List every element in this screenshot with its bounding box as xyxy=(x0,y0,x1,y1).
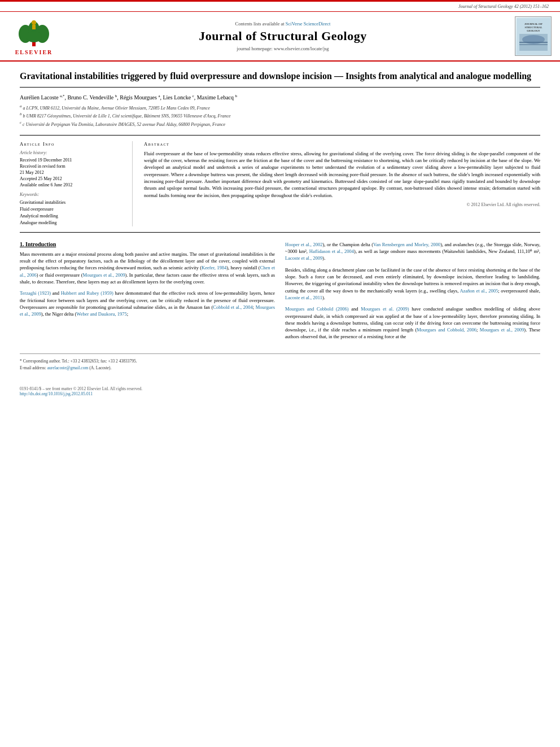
intro-para1: Mass movements are a major erosional pro… xyxy=(20,251,275,286)
article-title: Gravitational instabilities triggered by… xyxy=(20,70,540,88)
ref-hubbert[interactable]: Hubbert and Rubey (1959) xyxy=(61,290,113,296)
issn-line: 0191-8141/$ – see front matter © 2012 El… xyxy=(20,386,540,391)
revised-date: 21 May 2012 xyxy=(20,170,125,175)
ref-terzaghi[interactable]: Terzaghi (1923) xyxy=(20,290,51,296)
ref-m2009[interactable]: Mourgues et al., 2009 xyxy=(480,327,524,333)
svg-point-4 xyxy=(26,31,42,42)
svg-text:JOURNAL OF: JOURNAL OF xyxy=(524,23,542,25)
sciverse-link[interactable]: SciVerse ScienceDirect xyxy=(286,21,331,27)
body-content: 1. Introduction Mass movements are a maj… xyxy=(20,241,540,345)
received-date: Received 19 December 2011 xyxy=(20,158,125,163)
abstract-col: Abstract Fluid overpressure at the base … xyxy=(144,141,540,226)
elsevier-logo: ELSEVIER xyxy=(8,17,59,55)
revised-label: Received in revised form xyxy=(20,164,125,169)
ref-cobbold[interactable]: Cobbold et al., 2004 xyxy=(213,304,252,310)
elsevier-brand-label: ELSEVIER xyxy=(15,49,53,55)
doi-line: http://dx.doi.org/10.1016/j.jsg.2012.05.… xyxy=(20,391,540,396)
author-vendeville: Bruno C. Vendeville b, xyxy=(67,94,120,101)
bottom-strip: 0191-8141/$ – see front matter © 2012 El… xyxy=(0,386,560,396)
intro-para2: Terzaghi (1923) and Hubbert and Rubey (1… xyxy=(20,290,275,317)
copyright-line: © 2012 Elsevier Ltd. All rights reserved… xyxy=(144,202,540,207)
info-abstract-section: Article Info Article history: Received 1… xyxy=(20,135,540,233)
ref-lacoste2011[interactable]: Lacoste et al., 2011 xyxy=(285,295,322,300)
intro-section-title: 1. Introduction xyxy=(20,241,275,247)
ref-keefer[interactable]: Keefer, 1984 xyxy=(202,265,226,270)
footnote-area: * Corresponding author. Tel.: +33 2 4383… xyxy=(20,353,540,370)
keyword-3: Analytical modelling xyxy=(20,213,125,220)
ref-mourgues2009[interactable]: Mourgues et al., 2009 xyxy=(82,272,125,278)
author-mourgues: Régis Mourgues a, xyxy=(120,94,163,101)
doi-link[interactable]: http://dx.doi.org/10.1016/j.jsg.2012.05.… xyxy=(20,391,93,396)
footnote-email: E-mail address: aurelacoste@gmail.com (A… xyxy=(20,365,540,370)
author-lacoste: Aurélien Lacoste a,*, xyxy=(20,94,67,101)
body-right-col: Hooper et al., 2002), or the Champion de… xyxy=(285,241,540,345)
right-para3: Mourgues and Cobbold (2006) and Mourgues… xyxy=(285,305,540,340)
ref-lacoste2009[interactable]: Lacoste et al., 2009 xyxy=(285,255,322,261)
journal-logo-box: JOURNAL OF STRUCTURAL GEOLOGY xyxy=(515,16,552,56)
keywords-label: Keywords: xyxy=(20,192,125,197)
sciverse-line: Contents lists available at SciVerse Sci… xyxy=(59,21,506,27)
journal-reference-strip: Journal of Structural Geology 42 (2012) … xyxy=(0,0,560,11)
abstract-heading: Abstract xyxy=(144,141,540,147)
affiliation-b: b b UMR 8217 Géosystèmes, Université de … xyxy=(20,111,540,120)
right-para1: Hooper et al., 2002), or the Champion de… xyxy=(285,241,540,262)
ref-mourgues-et-al[interactable]: Mourgues et al. (2009) xyxy=(361,306,409,312)
author-loncke: Lies Loncke c, xyxy=(163,94,196,101)
journal-cover-icon: JOURNAL OF STRUCTURAL GEOLOGY xyxy=(517,18,550,55)
ref-vanrensbergen[interactable]: Van Rensbergen and Morley, 2000 xyxy=(373,242,440,247)
keyword-4: Analogue modelling xyxy=(20,220,125,226)
article-info-heading: Article Info xyxy=(20,141,125,147)
footnote-corresponding: * Corresponding author. Tel.: +33 2 4383… xyxy=(20,359,540,364)
body-left-col: 1. Introduction Mass movements are a maj… xyxy=(20,241,275,345)
journal-homepage: journal homepage: www.elsevier.com/locat… xyxy=(59,46,506,51)
author-lebacq: Maxime Lebacq b xyxy=(197,94,237,101)
ref-azanon[interactable]: Azañon et al., 2005 xyxy=(460,288,498,294)
elsevier-tree-icon xyxy=(14,17,54,48)
journal-header: ELSEVIER Contents lists available at Sci… xyxy=(0,11,560,62)
history-label: Article history: xyxy=(20,150,125,155)
accepted-date: Accepted 25 May 2012 xyxy=(20,176,125,181)
article-info-col: Article Info Article history: Received 1… xyxy=(20,141,133,226)
email-link[interactable]: aurelacoste@gmail.com xyxy=(47,365,89,370)
ref-chen[interactable]: Chen et al., 2006 xyxy=(20,265,275,277)
authors-line: Aurélien Lacoste a,*, Bruno C. Vendevill… xyxy=(20,93,540,100)
right-para2: Besides, sliding along a detachment plan… xyxy=(285,267,540,302)
ref-mourgues-cobbold[interactable]: Mourgues and Cobbold (2006) xyxy=(285,306,349,312)
journal-title: Journal of Structural Geology xyxy=(59,29,506,43)
affiliations: a a LCPN, UMR 6112, Université du Maine,… xyxy=(20,103,540,128)
affiliation-a: a a LCPN, UMR 6112, Université du Maine,… xyxy=(20,103,540,112)
journal-ref-text: Journal of Structural Geology 42 (2012) … xyxy=(458,4,549,9)
svg-rect-6 xyxy=(32,25,36,29)
svg-text:STRUCTURAL: STRUCTURAL xyxy=(524,26,542,29)
journal-center-info: Contents lists available at SciVerse Sci… xyxy=(59,21,506,51)
affiliation-c: c c Université de Perpignan Via Domitia,… xyxy=(20,120,540,128)
ref-haflidason[interactable]: Haflidason et al., 2004 xyxy=(309,248,354,254)
main-content: Gravitational instabilities triggered by… xyxy=(0,62,560,381)
ref-weber[interactable]: Weber and Daukoru, 1975 xyxy=(76,311,126,317)
ref-hooper[interactable]: Hooper et al., 2002 xyxy=(285,242,322,247)
ref-mc2006[interactable]: Mourgues and Cobbold, 2006 xyxy=(417,327,476,333)
online-date: Available online 6 June 2012 xyxy=(20,182,125,187)
abstract-text: Fluid overpressure at the base of low-pe… xyxy=(144,150,540,199)
svg-point-5 xyxy=(32,20,36,25)
keyword-2: Fluid overpressure xyxy=(20,206,125,213)
keyword-1: Gravitational instabilities xyxy=(20,199,125,206)
svg-text:GEOLOGY: GEOLOGY xyxy=(527,29,540,32)
journal-logo-right: JOURNAL OF STRUCTURAL GEOLOGY xyxy=(506,16,552,56)
